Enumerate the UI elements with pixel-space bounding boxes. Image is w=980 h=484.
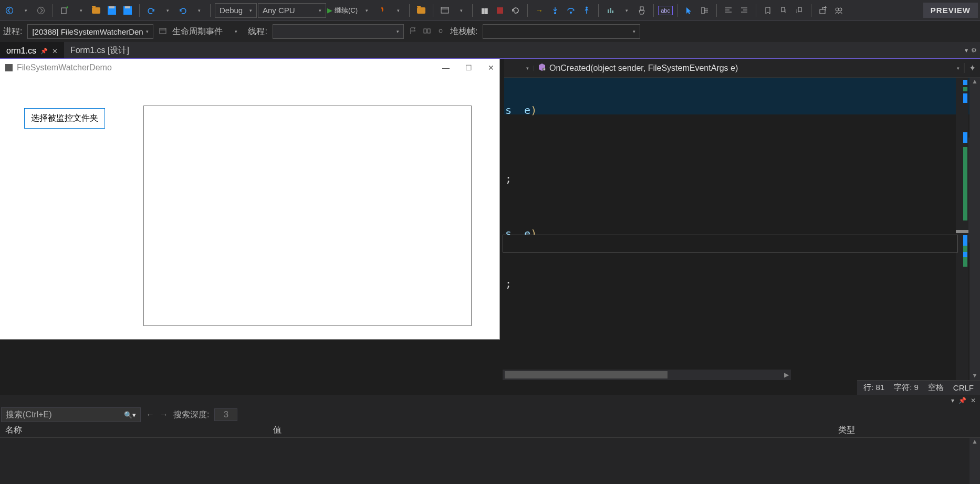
save-button[interactable] — [105, 3, 119, 18]
show-next-statement-button[interactable]: → — [532, 3, 547, 18]
code-area[interactable]: s e) ; s e) ; ▲ ▼ — [504, 78, 980, 380]
intellicode-button[interactable] — [603, 3, 618, 18]
save-all-button[interactable] — [120, 3, 135, 18]
preview-button[interactable]: PREVIEW — [923, 3, 978, 18]
window-layout-button[interactable] — [437, 3, 452, 18]
align-right-button[interactable] — [737, 3, 752, 18]
restart-button[interactable] — [508, 3, 523, 18]
hot-reload-dropdown[interactable] — [390, 3, 405, 18]
solution-platform-combo[interactable]: Any CPU — [258, 3, 326, 18]
code-semi: ; — [505, 172, 512, 185]
bottom-panel: ▾ 📌 ✕ 搜索(Ctrl+E) 🔍▾ ← → 搜索深度: 3 名称 值 类型 … — [0, 395, 980, 484]
bookmark-button[interactable] — [760, 3, 775, 18]
nav-forward-button[interactable] — [34, 3, 48, 18]
step-into-button[interactable] — [548, 3, 562, 18]
status-line[interactable]: 行: 81 — [863, 383, 884, 393]
open-file-button[interactable] — [89, 3, 103, 18]
hot-reload-button[interactable] — [374, 3, 389, 18]
maximize-icon[interactable]: ☐ — [465, 64, 472, 72]
select-folder-button[interactable]: 选择被监控文件夹 — [24, 108, 105, 129]
minimize-icon[interactable]: — — [442, 64, 450, 72]
share-button[interactable] — [816, 3, 830, 18]
cursor-tool-button[interactable] — [682, 3, 696, 18]
thread-combo[interactable] — [273, 24, 404, 39]
new-item-dropdown[interactable] — [73, 3, 88, 18]
separator — [527, 4, 528, 17]
process-combo[interactable]: [20388] FileSystemWatcherDen — [27, 24, 153, 39]
status-indent[interactable]: 空格 — [928, 383, 944, 393]
col-value[interactable]: 值 — [268, 425, 833, 436]
nav-back-dropdown[interactable] — [18, 3, 33, 18]
horizontal-scrollbar[interactable]: ▶ — [503, 370, 791, 380]
link-icon[interactable] — [436, 27, 445, 37]
scroll-up-icon[interactable]: ▲ — [969, 78, 980, 85]
tab-form1-design[interactable]: Form1.cs [设计] — [64, 42, 135, 59]
intellicode-dropdown[interactable] — [619, 3, 633, 18]
open-folder-button[interactable] — [414, 3, 429, 18]
search-input[interactable]: 搜索(Ctrl+E) 🔍▾ — [1, 407, 141, 422]
abc-label: abc — [658, 6, 673, 15]
nav-forward-icon[interactable]: → — [160, 410, 168, 419]
undo-dropdown[interactable] — [160, 3, 174, 18]
bookmark-prev-button[interactable] — [776, 3, 791, 18]
tab-form1-cs[interactable]: orm1.cs 📌 ✕ — [0, 42, 64, 59]
svg-rect-2 — [61, 8, 66, 14]
scroll-down-icon[interactable]: ▼ — [969, 372, 980, 379]
tab-overflow-dropdown[interactable]: ▾ — [965, 47, 968, 54]
flag-icon[interactable] — [409, 27, 418, 37]
redo-button[interactable] — [175, 3, 190, 18]
pin-icon[interactable]: 📌 — [40, 48, 48, 55]
col-name[interactable]: 名称 — [0, 425, 268, 436]
abc-button[interactable]: abc — [658, 3, 673, 18]
scroll-right-icon[interactable]: ▶ — [782, 371, 791, 378]
break-all-button[interactable]: ▮▮ — [477, 3, 492, 18]
nav-member-combo[interactable]: OnCreated(object sender, FileSystemEvent… — [534, 63, 964, 73]
lifecycle-dropdown[interactable] — [228, 24, 243, 39]
close-icon[interactable]: ✕ — [488, 64, 494, 72]
nav-back-button[interactable] — [2, 3, 17, 18]
depth-input[interactable]: 3 — [214, 408, 237, 421]
code-map-button[interactable] — [697, 3, 712, 18]
bottom-body[interactable]: ▲ — [0, 438, 980, 484]
right-dock-tab[interactable] — [968, 138, 980, 243]
tab-settings-icon[interactable]: ⚙ — [971, 47, 977, 54]
feedback-button[interactable] — [831, 3, 846, 18]
app-listbox[interactable] — [143, 106, 472, 326]
continue-dropdown[interactable] — [359, 3, 373, 18]
search-icon[interactable]: 🔍▾ — [124, 411, 136, 419]
stop-debug-button[interactable] — [493, 3, 507, 18]
scrollbar-thumb[interactable] — [505, 371, 668, 378]
status-eol[interactable]: CRLF — [953, 383, 974, 392]
close-icon[interactable]: ✕ — [52, 47, 58, 55]
align-left-button[interactable] — [721, 3, 736, 18]
col-type[interactable]: 类型 — [833, 425, 980, 436]
nav-scope-combo[interactable] — [504, 66, 534, 71]
depth-value: 3 — [224, 410, 228, 419]
code-cleanup-button[interactable] — [634, 3, 649, 18]
panel-close-icon[interactable]: ✕ — [971, 397, 976, 404]
continue-button[interactable]: ▶ 继续(C) — [327, 3, 358, 18]
window-layout-dropdown[interactable] — [453, 3, 468, 18]
nav-back-icon[interactable]: ← — [146, 410, 154, 419]
split-editor-button[interactable]: ✦ — [964, 63, 980, 73]
nav-member-label: OnCreated(object sender, FileSystemEvent… — [549, 64, 738, 73]
undo-button[interactable] — [144, 3, 159, 18]
redo-dropdown[interactable] — [191, 3, 206, 18]
svg-rect-9 — [610, 8, 611, 13]
status-char[interactable]: 字符: 9 — [894, 383, 919, 393]
step-out-button[interactable] — [579, 3, 594, 18]
bookmark-next-button[interactable] — [792, 3, 807, 18]
stackframe-combo[interactable] — [483, 24, 640, 39]
solution-config-combo[interactable]: Debug — [215, 3, 257, 18]
main-area: FileSystemWatcherDemo — ☐ ✕ 选择被监控文件夹 OnC… — [0, 59, 980, 395]
panel-pin-icon[interactable]: 📌 — [958, 397, 966, 404]
step-over-button[interactable] — [564, 3, 578, 18]
overview-ruler[interactable] — [956, 78, 968, 380]
bottom-scrollbar[interactable]: ▲ — [969, 438, 980, 484]
panel-dropdown-icon[interactable]: ▾ — [951, 397, 954, 404]
new-item-button[interactable] — [57, 3, 72, 18]
svg-point-24 — [839, 8, 842, 11]
scroll-up-icon[interactable]: ▲ — [969, 438, 980, 445]
threads-icon[interactable] — [423, 27, 431, 37]
app-titlebar[interactable]: FileSystemWatcherDemo — ☐ ✕ — [0, 59, 499, 77]
